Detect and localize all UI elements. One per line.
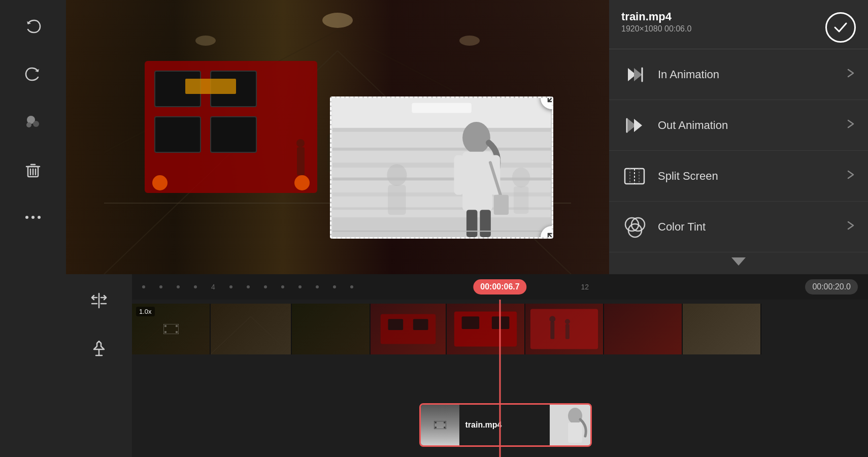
svg-point-10 bbox=[31, 216, 35, 219]
left-toolbar bbox=[0, 0, 66, 457]
svg-rect-101 bbox=[435, 427, 436, 428]
bottom-area: 4 00:00:06.7 12 00:00: bbox=[66, 274, 868, 457]
split-screen-chevron bbox=[845, 169, 856, 183]
svg-point-98 bbox=[565, 319, 570, 324]
end-time-badge: 00:00:20.0 bbox=[805, 279, 858, 295]
svg-rect-21 bbox=[211, 117, 256, 152]
track-frame-4 bbox=[371, 304, 447, 354]
overlay-track[interactable]: train.mp4 bbox=[419, 403, 592, 447]
in-animation-chevron bbox=[845, 68, 856, 82]
svg-rect-54 bbox=[514, 186, 528, 214]
svg-line-56 bbox=[548, 234, 553, 239]
ruler-number-12: 12 bbox=[581, 283, 589, 291]
ruler-dot bbox=[316, 285, 319, 288]
svg-rect-34 bbox=[332, 148, 551, 151]
film-strip-icon-left bbox=[434, 421, 446, 429]
svg-rect-52 bbox=[388, 185, 406, 215]
ruler-dot bbox=[142, 285, 145, 288]
out-animation-label: Out Animation bbox=[658, 119, 841, 132]
panel-item-out-animation[interactable]: Out Animation bbox=[609, 100, 868, 151]
pin-button[interactable] bbox=[83, 332, 115, 365]
playhead-line bbox=[499, 300, 501, 457]
playhead-time-badge: 00:00:06.7 bbox=[473, 279, 526, 295]
top-area: train.mp4 1920×1080 00:06.0 bbox=[66, 0, 868, 274]
ruler-number-4: 4 bbox=[211, 283, 215, 291]
svg-point-9 bbox=[25, 216, 28, 219]
svg-rect-39 bbox=[332, 98, 551, 128]
svg-line-86 bbox=[211, 316, 251, 354]
svg-point-29 bbox=[322, 13, 353, 28]
ruler-dot bbox=[298, 285, 302, 288]
svg-rect-20 bbox=[155, 117, 201, 152]
svg-point-2 bbox=[26, 122, 31, 127]
svg-rect-43 bbox=[462, 152, 492, 211]
svg-rect-82 bbox=[164, 325, 166, 327]
svg-marker-70 bbox=[731, 257, 746, 266]
panel-item-in-animation[interactable]: In Animation bbox=[609, 49, 868, 100]
delete-button[interactable] bbox=[17, 153, 49, 186]
svg-point-96 bbox=[549, 316, 555, 322]
panel-item-split-screen[interactable]: Split Screen bbox=[609, 151, 868, 202]
track-frame-2 bbox=[211, 304, 292, 354]
overlay-clip-content bbox=[331, 98, 552, 237]
in-animation-label: In Animation bbox=[658, 68, 841, 81]
svg-point-22 bbox=[152, 175, 168, 190]
svg-rect-48 bbox=[466, 210, 478, 237]
svg-line-55 bbox=[548, 96, 553, 102]
svg-rect-24 bbox=[185, 79, 236, 94]
ruler-dot bbox=[229, 285, 232, 288]
svg-point-28 bbox=[296, 139, 305, 147]
video-preview bbox=[66, 0, 609, 274]
svg-marker-58 bbox=[634, 68, 642, 81]
svg-rect-100 bbox=[435, 422, 436, 423]
panel-header: train.mp4 1920×1080 00:06.0 bbox=[609, 0, 868, 49]
overlay-thumb-right bbox=[550, 405, 590, 445]
svg-rect-95 bbox=[550, 321, 554, 339]
file-name: train.mp4 bbox=[621, 10, 691, 23]
panel-item-color-tint[interactable]: Color Tint bbox=[609, 202, 868, 252]
color-tint-icon bbox=[621, 214, 648, 240]
ruler-dot bbox=[350, 285, 353, 288]
track-frame-1: 1.0x bbox=[132, 304, 211, 354]
overlay-clip[interactable] bbox=[330, 96, 553, 239]
track-speed-label: 1.0x bbox=[136, 307, 155, 316]
ruler-dot bbox=[159, 285, 162, 288]
svg-rect-97 bbox=[565, 324, 570, 339]
svg-marker-62 bbox=[634, 119, 642, 132]
ruler-dot bbox=[281, 285, 284, 288]
more-button[interactable] bbox=[17, 201, 49, 234]
track-frame-5 bbox=[447, 304, 525, 354]
split-screen-label: Split Screen bbox=[658, 170, 841, 183]
svg-point-30 bbox=[195, 36, 216, 46]
right-panel: train.mp4 1920×1080 00:06.0 bbox=[609, 0, 868, 274]
film-icon-1 bbox=[163, 324, 179, 334]
out-animation-icon bbox=[621, 112, 648, 139]
svg-rect-33 bbox=[332, 128, 551, 132]
ruler-dot bbox=[177, 285, 180, 288]
svg-point-11 bbox=[38, 216, 41, 219]
in-animation-icon bbox=[621, 61, 648, 88]
svg-rect-103 bbox=[444, 427, 445, 428]
split-screen-icon bbox=[621, 163, 648, 189]
svg-rect-92 bbox=[462, 316, 480, 329]
file-info: train.mp4 1920×1080 00:06.0 bbox=[621, 10, 691, 34]
effects-button[interactable] bbox=[17, 106, 49, 138]
track-frame-6 bbox=[525, 304, 604, 354]
track-frame-7 bbox=[604, 304, 683, 354]
svg-rect-83 bbox=[164, 331, 166, 333]
svg-point-51 bbox=[387, 164, 407, 186]
main-content: train.mp4 1920×1080 00:06.0 bbox=[66, 0, 868, 457]
left-timeline-tools bbox=[66, 274, 132, 457]
overlay-track-label: train.mp4 bbox=[459, 420, 550, 430]
ruler-dot bbox=[264, 285, 267, 288]
ruler-dot bbox=[247, 285, 250, 288]
svg-point-105 bbox=[568, 408, 582, 424]
undo-button[interactable] bbox=[17, 10, 49, 43]
confirm-button[interactable] bbox=[825, 12, 856, 43]
panel-more-indicator[interactable] bbox=[609, 252, 868, 271]
redo-button[interactable] bbox=[17, 58, 49, 90]
svg-point-1 bbox=[33, 121, 39, 127]
track-frame-6-art bbox=[525, 304, 603, 354]
track-frame-8 bbox=[683, 304, 761, 354]
split-button[interactable] bbox=[83, 284, 115, 317]
